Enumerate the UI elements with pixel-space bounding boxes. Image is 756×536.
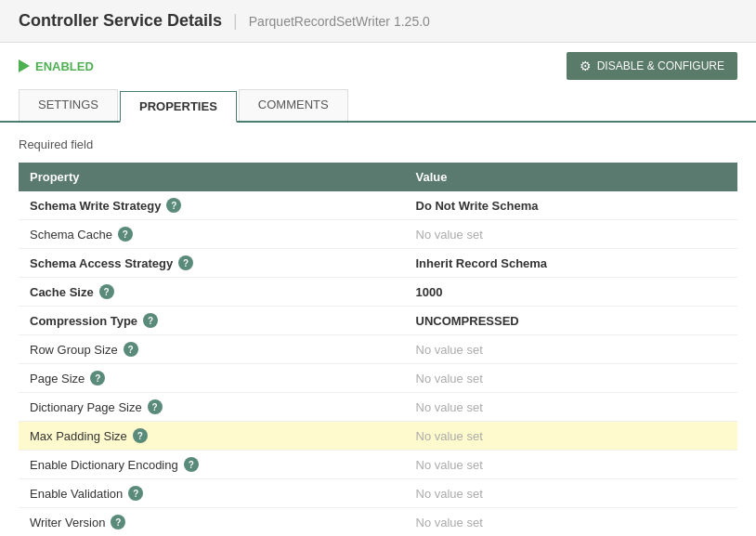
gear-icon: ⚙ xyxy=(580,59,592,73)
property-name: Writer Version xyxy=(30,516,105,529)
property-value: No value set xyxy=(416,372,483,386)
table-row[interactable]: Row Group Size?No value set xyxy=(19,335,737,364)
tab-settings[interactable]: SETTINGS xyxy=(19,89,118,121)
property-cell: Schema Write Strategy? xyxy=(19,191,405,220)
col-header-value: Value xyxy=(405,163,716,191)
col-header-property: Property xyxy=(19,163,405,191)
property-value: No value set xyxy=(416,516,483,529)
status-bar: ENABLED ⚙ DISABLE & CONFIGURE xyxy=(0,43,756,89)
value-cell: No value set xyxy=(405,451,716,479)
table-row[interactable]: Cache Size?1000 xyxy=(19,278,737,307)
modal-container: Controller Service Details | ParquetReco… xyxy=(0,0,756,536)
help-icon[interactable]: ? xyxy=(143,313,158,328)
modal-divider: | xyxy=(233,11,238,31)
modal-title: Controller Service Details xyxy=(19,11,222,31)
table-row[interactable]: Schema Cache?No value set xyxy=(19,220,737,249)
help-icon[interactable]: ? xyxy=(184,457,199,472)
table-row[interactable]: Schema Write Strategy?Do Not Write Schem… xyxy=(19,191,737,220)
property-cell: Dictionary Page Size? xyxy=(19,393,405,422)
property-value: 1000 xyxy=(416,285,443,299)
value-cell: UNCOMPRESSED xyxy=(405,307,716,335)
value-cell: Do Not Write Schema xyxy=(405,191,716,220)
properties-table: Property Value Schema Write Strategy?Do … xyxy=(19,163,737,536)
scroll-col xyxy=(715,393,737,422)
play-icon xyxy=(19,59,30,72)
value-cell: 1000 xyxy=(405,278,716,307)
value-cell: No value set xyxy=(405,479,716,508)
enabled-status: ENABLED xyxy=(19,59,94,73)
property-value: UNCOMPRESSED xyxy=(416,314,519,328)
disable-configure-label: DISABLE & CONFIGURE xyxy=(597,59,724,72)
property-value: No value set xyxy=(416,458,483,472)
property-value: No value set xyxy=(416,400,483,414)
scroll-col xyxy=(715,508,737,537)
modal-header: Controller Service Details | ParquetReco… xyxy=(0,0,756,43)
property-name: Enable Validation xyxy=(30,487,123,501)
help-icon[interactable]: ? xyxy=(90,371,105,386)
help-icon[interactable]: ? xyxy=(124,342,138,357)
property-name: Page Size xyxy=(30,372,85,386)
property-value: Do Not Write Schema xyxy=(416,199,539,213)
property-name: Dictionary Page Size xyxy=(30,400,142,414)
table-row[interactable]: Enable Dictionary Encoding?No value set xyxy=(19,451,737,479)
property-cell: Page Size? xyxy=(19,364,405,393)
scrollbar-header xyxy=(715,163,737,191)
help-icon[interactable]: ? xyxy=(118,227,133,242)
help-icon[interactable]: ? xyxy=(178,255,193,270)
property-value: No value set xyxy=(416,429,483,443)
scroll-col xyxy=(715,479,737,508)
table-row[interactable]: Writer Version?No value set xyxy=(19,508,737,537)
scroll-col xyxy=(715,335,737,364)
enabled-label: ENABLED xyxy=(35,59,94,73)
value-cell: No value set xyxy=(405,393,716,422)
scroll-col xyxy=(715,307,737,335)
property-value: No value set xyxy=(416,228,483,242)
value-cell: No value set xyxy=(405,220,716,249)
tabs-container: SETTINGS PROPERTIES COMMENTS xyxy=(0,89,756,123)
scroll-col xyxy=(715,422,737,451)
table-row[interactable]: Enable Validation?No value set xyxy=(19,479,737,508)
property-name: Schema Cache xyxy=(30,228,112,242)
property-cell: Schema Access Strategy? xyxy=(19,249,405,278)
property-cell: Writer Version? xyxy=(19,508,405,537)
help-icon[interactable]: ? xyxy=(166,198,181,213)
table-row[interactable]: Page Size?No value set xyxy=(19,364,737,393)
scroll-col xyxy=(715,278,737,307)
property-name: Schema Access Strategy xyxy=(30,256,173,270)
property-name: Schema Write Strategy xyxy=(30,199,161,213)
property-cell: Enable Validation? xyxy=(19,479,405,508)
help-icon[interactable]: ? xyxy=(148,399,163,414)
table-header-row: Property Value xyxy=(19,163,737,191)
required-field-label: Required field xyxy=(19,137,737,151)
property-cell: Row Group Size? xyxy=(19,335,405,364)
value-cell: No value set xyxy=(405,508,716,537)
table-row[interactable]: Compression Type?UNCOMPRESSED xyxy=(19,307,737,335)
property-name: Cache Size xyxy=(30,285,94,299)
property-name: Compression Type xyxy=(30,314,137,328)
tab-properties[interactable]: PROPERTIES xyxy=(120,91,237,123)
property-cell: Schema Cache? xyxy=(19,220,405,249)
help-icon[interactable]: ? xyxy=(99,284,114,299)
help-icon[interactable]: ? xyxy=(133,428,148,443)
property-name: Max Padding Size xyxy=(30,429,127,443)
property-cell: Max Padding Size? xyxy=(19,422,405,451)
value-cell: Inherit Record Schema xyxy=(405,249,716,278)
help-icon[interactable]: ? xyxy=(128,486,143,501)
tab-comments[interactable]: COMMENTS xyxy=(239,89,348,121)
table-row[interactable]: Max Padding Size?No value set xyxy=(19,422,737,451)
property-cell: Compression Type? xyxy=(19,307,405,335)
property-cell: Enable Dictionary Encoding? xyxy=(19,451,405,479)
table-row[interactable]: Dictionary Page Size?No value set xyxy=(19,393,737,422)
value-cell: No value set xyxy=(405,422,716,451)
disable-configure-button[interactable]: ⚙ DISABLE & CONFIGURE xyxy=(567,52,737,80)
modal-body: Required field Property Value Schema Wri… xyxy=(0,123,756,536)
modal-subtitle: ParquetRecordSetWriter 1.25.0 xyxy=(249,14,430,29)
value-cell: No value set xyxy=(405,335,716,364)
table-row[interactable]: Schema Access Strategy?Inherit Record Sc… xyxy=(19,249,737,278)
help-icon[interactable]: ? xyxy=(111,515,125,529)
property-name: Row Group Size xyxy=(30,343,118,357)
scroll-col xyxy=(715,249,737,278)
scroll-col xyxy=(715,220,737,249)
scroll-col xyxy=(715,364,737,393)
property-cell: Cache Size? xyxy=(19,278,405,307)
